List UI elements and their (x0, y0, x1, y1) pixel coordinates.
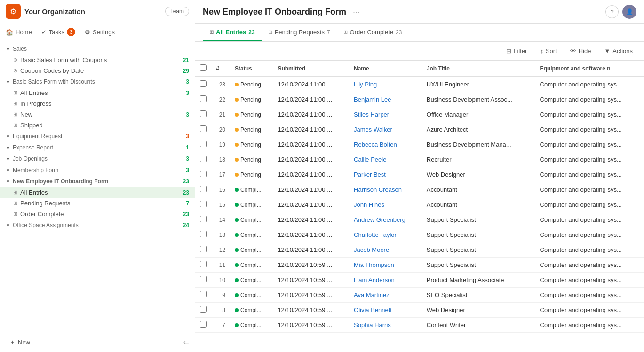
sidebar-item-in-progress[interactable]: ⊞ In Progress (0, 98, 195, 109)
section-bsfd-header[interactable]: ▼ Basic Sales Form with Discounts 3 (0, 76, 195, 87)
row-status: Compl... (230, 303, 273, 318)
nav-home[interactable]: 🏠 Home (6, 27, 32, 38)
row-checkbox[interactable] (200, 141, 207, 147)
row-checkbox[interactable] (200, 276, 207, 282)
table-row[interactable]: 20 Pending 12/10/2024 11:00 ... James Wa… (195, 122, 644, 137)
row-checkbox[interactable] (200, 80, 207, 87)
row-checkbox[interactable] (200, 261, 207, 267)
row-name[interactable]: Benjamin Lee (349, 92, 422, 107)
row-name[interactable]: Jacob Moore (349, 242, 422, 258)
row-checkbox[interactable] (200, 201, 207, 207)
table-row[interactable]: 7 Compl... 12/10/2024 10:59 ... Sophia H… (195, 318, 644, 333)
row-checkbox-cell (195, 288, 211, 303)
sidebar-item-basic-sales-coupons[interactable]: ⊙ Basic Sales Form with Coupons 21 (0, 55, 195, 65)
row-name[interactable]: Andrew Greenberg (349, 212, 422, 227)
table-row[interactable]: 10 Compl... 12/10/2024 10:59 ... Liam An… (195, 273, 644, 288)
table-row[interactable]: 16 Compl... 12/10/2024 11:00 ... Harriso… (195, 182, 644, 197)
row-equipment: Computer and operating sys... (535, 137, 644, 152)
sidebar-item-all-entries-neit[interactable]: ⊞ All Entries 23 (0, 187, 195, 198)
filter-button[interactable]: ⊟ Filter (502, 46, 531, 56)
status-text: Compl... (240, 247, 262, 253)
row-name[interactable]: Charlotte Taylor (349, 227, 422, 242)
section-job-header[interactable]: ▼ Job Openings 3 (0, 153, 195, 164)
table-row[interactable]: 19 Pending 12/10/2024 11:00 ... Rebecca … (195, 137, 644, 152)
row-name[interactable]: Ava Martinez (349, 288, 422, 303)
th-name[interactable]: Name (349, 61, 422, 77)
help-button[interactable]: ? (605, 5, 619, 18)
section-equipment-header[interactable]: ▼ Equipment Request 3 (0, 131, 195, 142)
section-equipment-title: Equipment Request (13, 133, 186, 140)
team-badge[interactable]: Team (165, 7, 189, 16)
row-checkbox[interactable] (200, 95, 207, 102)
sidebar-item-pending-requests[interactable]: ⊞ Pending Requests 7 (0, 198, 195, 209)
row-checkbox[interactable] (200, 171, 207, 177)
nav-settings[interactable]: ⚙ Settings (85, 27, 115, 38)
row-checkbox[interactable] (200, 125, 207, 132)
table-row[interactable]: 11 Compl... 12/10/2024 10:59 ... Mia Tho… (195, 258, 644, 273)
sidebar-item-shipped[interactable]: ⊞ Shipped (0, 120, 195, 131)
table-row[interactable]: 15 Compl... 12/10/2024 11:00 ... John Hi… (195, 197, 644, 212)
row-checkbox[interactable] (200, 216, 207, 222)
sidebar-item-all-entries-bsfd[interactable]: ⊞ All Entries 3 (0, 87, 195, 98)
row-name[interactable]: Rebecca Bolten (349, 137, 422, 152)
row-checkbox[interactable] (200, 186, 207, 192)
tab-pending-requests[interactable]: ⊞ Pending Requests 7 (262, 24, 337, 41)
actions-button[interactable]: ▼ Actions (600, 46, 636, 56)
row-checkbox[interactable] (200, 110, 207, 117)
table-row[interactable]: 18 Pending 12/10/2024 11:00 ... Callie P… (195, 152, 644, 167)
table-row[interactable]: 8 Compl... 12/10/2024 10:59 ... Olivia B… (195, 303, 644, 318)
table-row[interactable]: 14 Compl... 12/10/2024 11:00 ... Andrew … (195, 212, 644, 227)
table-row[interactable]: 13 Compl... 12/10/2024 11:00 ... Charlot… (195, 227, 644, 242)
row-checkbox[interactable] (200, 231, 207, 237)
section-office-header[interactable]: ▼ Office Space Assignments 24 (0, 219, 195, 231)
th-job-title[interactable]: Job Title (422, 61, 535, 77)
hide-button[interactable]: 👁 Hide (566, 46, 595, 56)
row-name[interactable]: James Walker (349, 122, 422, 137)
user-avatar[interactable]: 👤 (622, 5, 636, 19)
row-name[interactable]: Parker Best (349, 167, 422, 182)
row-name[interactable]: John Hines (349, 197, 422, 212)
sidebar-item-order-complete[interactable]: ⊞ Order Complete 23 (0, 209, 195, 219)
select-all-checkbox[interactable] (200, 64, 207, 71)
status-text: Pending (240, 156, 261, 163)
more-options-dots[interactable]: ··· (353, 7, 360, 17)
row-checkbox[interactable] (200, 306, 207, 313)
sort-button[interactable]: ↕ Sort (536, 46, 560, 56)
table-row[interactable]: 12 Compl... 12/10/2024 11:00 ... Jacob M… (195, 242, 644, 258)
new-button[interactable]: ＋ New (6, 336, 34, 348)
section-membership-header[interactable]: ▼ Membership Form 3 (0, 164, 195, 176)
row-name[interactable]: Olivia Bennett (349, 303, 422, 318)
th-status[interactable]: Status (230, 61, 273, 77)
row-name[interactable]: Liam Anderson (349, 273, 422, 288)
row-checkbox[interactable] (200, 291, 207, 297)
sidebar-item-new[interactable]: ⊞ New 3 (0, 109, 195, 120)
section-sales-header[interactable]: ▼ Sales (0, 43, 195, 55)
row-status: Compl... (230, 182, 273, 197)
th-submitted[interactable]: Submitted (273, 61, 349, 77)
section-neit-header[interactable]: ▼ New Employee IT Onboarding Form 23 (0, 176, 195, 187)
tab-all-entries[interactable]: ⊞ All Entries 23 (203, 24, 262, 41)
table-row[interactable]: 22 Pending 12/10/2024 11:00 ... Benjamin… (195, 92, 644, 107)
row-checkbox[interactable] (200, 246, 207, 252)
th-num[interactable]: # (211, 61, 230, 77)
sidebar-item-coupon-codes[interactable]: ⊙ Coupon Codes by Date 29 (0, 65, 195, 76)
row-name[interactable]: Harrison Creason (349, 182, 422, 197)
table-row[interactable]: 21 Pending 12/10/2024 11:00 ... Stiles H… (195, 107, 644, 122)
row-name[interactable]: Sophia Harris (349, 318, 422, 333)
th-equipment[interactable]: Equipment and software n... (535, 61, 644, 77)
row-name[interactable]: Mia Thompson (349, 258, 422, 273)
row-checkbox[interactable] (200, 156, 207, 162)
table-row[interactable]: 17 Pending 12/10/2024 11:00 ... Parker B… (195, 167, 644, 182)
table-body: 23 Pending 12/10/2024 11:00 ... Lily Pin… (195, 77, 644, 333)
row-name[interactable]: Callie Peele (349, 152, 422, 167)
table-row[interactable]: 9 Compl... 12/10/2024 10:59 ... Ava Mart… (195, 288, 644, 303)
table-row[interactable]: 23 Pending 12/10/2024 11:00 ... Lily Pin… (195, 77, 644, 92)
section-expense-header[interactable]: ▼ Expense Report 1 (0, 142, 195, 153)
row-name[interactable]: Lily Ping (349, 77, 422, 92)
row-name[interactable]: Stiles Harper (349, 107, 422, 122)
collapse-button[interactable]: ⇐ (183, 338, 189, 346)
row-checkbox[interactable] (200, 321, 207, 328)
tab-order-complete[interactable]: ⊞ Order Complete 23 (337, 24, 409, 41)
nav-tasks[interactable]: ✓ Tasks 3 (41, 26, 75, 38)
row-checkbox-cell (195, 273, 211, 288)
